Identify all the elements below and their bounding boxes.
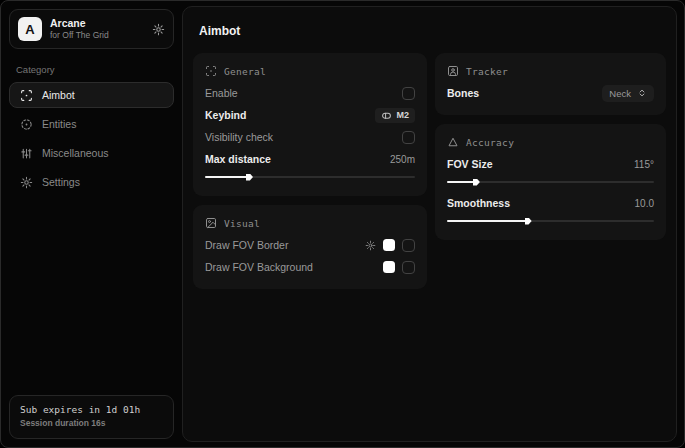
enable-checkbox[interactable] xyxy=(402,87,415,100)
fov-background-controls xyxy=(383,261,415,274)
fov-border-row: Draw FOV Border xyxy=(205,234,415,256)
keybind-label: Keybind xyxy=(205,109,246,121)
page-title: Aimbot xyxy=(199,24,660,38)
smoothness-value: 10.0 xyxy=(635,198,654,209)
visibility-check-row: Visibility check xyxy=(205,126,415,148)
chevrons-up-down-icon xyxy=(637,88,647,98)
bones-select[interactable]: Neck xyxy=(602,85,654,102)
visibility-check-checkbox[interactable] xyxy=(402,131,415,144)
visual-card: Visual Draw FOV Border Draw xyxy=(193,205,427,289)
max-distance-label: Max distance xyxy=(205,153,271,165)
tracker-card: Tracker Bones Neck xyxy=(435,53,666,115)
triangle-icon xyxy=(447,136,459,148)
slider-thumb[interactable] xyxy=(246,174,253,181)
gear-icon[interactable] xyxy=(365,240,376,251)
sub-expires-text: Sub expires in 1d 01h xyxy=(20,403,163,417)
radar-icon xyxy=(20,118,33,131)
main-panel: Aimbot General Enable xyxy=(182,6,677,442)
max-distance-row: Max distance 250m xyxy=(205,148,415,170)
max-distance-slider[interactable] xyxy=(205,173,415,181)
category-label: Category xyxy=(16,64,167,75)
sidebar-item-miscellaneous[interactable]: Miscellaneous xyxy=(9,140,174,166)
fov-background-row: Draw FOV Background xyxy=(205,256,415,278)
slider-thumb[interactable] xyxy=(473,179,480,186)
sliders-icon xyxy=(20,147,33,160)
card-header-label: Accuracy xyxy=(466,137,514,148)
accuracy-card: Accuracy FOV Size 115° Smoothness xyxy=(435,124,666,240)
sidebar: A Arcane for Off The Grid Category Aimbo… xyxy=(1,1,182,447)
fov-size-row: FOV Size 115° xyxy=(447,153,654,175)
smoothness-row: Smoothness 10.0 xyxy=(447,192,654,214)
fov-border-label: Draw FOV Border xyxy=(205,239,288,251)
bones-selected-value: Neck xyxy=(609,88,631,99)
fov-border-checkbox[interactable] xyxy=(402,239,415,252)
session-duration-text: Session duration 16s xyxy=(20,417,163,430)
app-logo: A xyxy=(18,17,42,41)
crosshair-icon xyxy=(20,89,33,102)
general-card: General Enable Keybind M2 xyxy=(193,53,427,196)
gear-icon xyxy=(20,176,33,189)
sidebar-item-aimbot[interactable]: Aimbot xyxy=(9,82,174,108)
fov-background-label: Draw FOV Background xyxy=(205,261,313,273)
general-card-header: General xyxy=(205,65,415,77)
sidebar-item-label: Miscellaneous xyxy=(42,147,109,159)
fov-size-value: 115° xyxy=(634,159,654,170)
gear-icon[interactable] xyxy=(152,23,165,36)
card-header-label: Visual xyxy=(224,218,260,229)
sidebar-item-label: Settings xyxy=(42,176,80,188)
keybind-row: Keybind M2 xyxy=(205,104,415,126)
mouse-icon xyxy=(381,110,392,121)
sidebar-item-entities[interactable]: Entities xyxy=(9,111,174,137)
keybind-value: M2 xyxy=(396,110,409,120)
subscription-card: Sub expires in 1d 01h Session duration 1… xyxy=(9,395,174,439)
fov-size-label: FOV Size xyxy=(447,158,493,170)
app-title: Arcane xyxy=(50,17,144,30)
smoothness-label: Smoothness xyxy=(447,197,510,209)
sidebar-item-label: Entities xyxy=(42,118,76,130)
slider-fill xyxy=(447,181,474,183)
bones-label: Bones xyxy=(447,87,479,99)
slider-fill xyxy=(447,220,526,222)
keybind-button[interactable]: M2 xyxy=(375,108,415,123)
person-frame-icon xyxy=(447,65,459,77)
app-header-card: A Arcane for Off The Grid xyxy=(9,9,174,49)
enable-row: Enable xyxy=(205,82,415,104)
sidebar-nav: Aimbot Entities Miscellaneous Settings xyxy=(9,82,174,195)
visibility-check-label: Visibility check xyxy=(205,131,273,143)
tracker-card-header: Tracker xyxy=(447,65,654,77)
fov-border-controls xyxy=(365,239,415,252)
sidebar-item-settings[interactable]: Settings xyxy=(9,169,174,195)
left-column: General Enable Keybind M2 xyxy=(193,53,427,289)
app-window: A Arcane for Off The Grid Category Aimbo… xyxy=(0,0,685,448)
slider-thumb[interactable] xyxy=(525,218,532,225)
smoothness-slider[interactable] xyxy=(447,217,654,225)
fov-size-slider[interactable] xyxy=(447,178,654,186)
card-header-label: Tracker xyxy=(466,66,508,77)
visual-card-header: Visual xyxy=(205,217,415,229)
image-icon xyxy=(205,217,217,229)
accuracy-card-header: Accuracy xyxy=(447,136,654,148)
enable-label: Enable xyxy=(205,87,238,99)
right-column: Tracker Bones Neck xyxy=(435,53,666,240)
crosshair-icon xyxy=(205,65,217,77)
bones-row: Bones Neck xyxy=(447,82,654,104)
slider-fill xyxy=(205,176,247,178)
fov-border-color-swatch[interactable] xyxy=(383,239,395,251)
fov-background-color-swatch[interactable] xyxy=(383,261,395,273)
sidebar-item-label: Aimbot xyxy=(42,89,75,101)
fov-background-checkbox[interactable] xyxy=(402,261,415,274)
app-subtitle: for Off The Grid xyxy=(50,30,144,41)
max-distance-value: 250m xyxy=(390,154,415,165)
app-meta: Arcane for Off The Grid xyxy=(50,17,144,41)
card-header-label: General xyxy=(224,66,266,77)
